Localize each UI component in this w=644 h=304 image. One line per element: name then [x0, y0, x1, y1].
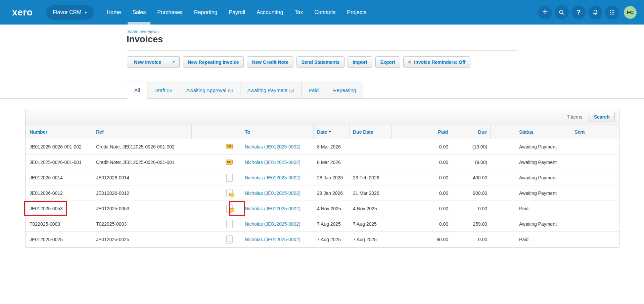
nav-projects[interactable]: Projects — [341, 0, 372, 25]
invoice-number-cell[interactable]: JE012025-0025 — [26, 232, 92, 247]
notifications-bell-icon[interactable] — [588, 5, 602, 19]
tab-paid[interactable]: Paid — [301, 82, 326, 99]
export-button[interactable]: Export — [375, 56, 400, 68]
status-badge: Paid — [519, 206, 528, 211]
invoice-number: JE012025-0053 — [30, 206, 63, 211]
invoice-due-amount: 259.00 — [473, 221, 487, 227]
column-header-to[interactable]: To — [241, 125, 314, 139]
invoice-number-cell[interactable]: JE012025-0053 — [26, 201, 92, 216]
invoice-row[interactable]: JE012025-0025 JE012025-0025 Nicholas (JE… — [26, 232, 619, 247]
org-switcher[interactable]: Flavor CRM ▾ — [46, 5, 93, 20]
invoice-toolbar: New Invoice ▾ New Repeating Invoice New … — [127, 56, 470, 68]
invoice-number-cell[interactable]: JE012026-0012 — [26, 185, 92, 201]
spacer-cell — [491, 170, 515, 185]
column-header-paid[interactable]: Paid — [392, 125, 450, 139]
search-icon[interactable] — [555, 5, 569, 19]
invoice-paid-cell: 0.00 — [392, 216, 450, 231]
invoice-due-date: 4 Nov 2025 — [353, 206, 377, 211]
invoice-number-cell[interactable]: T022025-0003 — [26, 216, 92, 231]
invoice-due-date: 31 Mar 2026 — [353, 190, 379, 196]
invoice-reminders-button[interactable]: Invoice Reminders: Off — [403, 56, 470, 68]
invoice-number: JE012025-0026-001-002 — [30, 144, 82, 149]
table-summary-bar: 7 items Search — [26, 109, 619, 125]
column-header-due[interactable]: Due — [450, 125, 491, 139]
invoice-ref-cell: JE012026-0012 — [92, 185, 192, 201]
column-header-status[interactable]: Status — [515, 125, 571, 139]
contact-link[interactable]: Nicholas (JE012025-0002) — [245, 221, 301, 227]
contact-link[interactable]: Nicholas (JE012025-0002) — [245, 206, 301, 211]
invoice-ref: T022025-0003 — [96, 221, 127, 227]
create-new-icon[interactable]: + — [538, 5, 552, 19]
tab-label: All — [134, 87, 140, 93]
breadcrumb-sales-overview-link[interactable]: Sales overview — [127, 29, 156, 34]
invoice-ref: JE012026-0014 — [96, 175, 129, 180]
new-credit-note-button[interactable]: New Credit Note — [247, 56, 293, 68]
nav-accounting[interactable]: Accounting — [251, 0, 289, 25]
new-invoice-button[interactable]: New Invoice — [127, 56, 168, 68]
invoice-date: 7 Aug 2025 — [317, 221, 341, 227]
invoice-number-cell[interactable]: JE012025-0026-001-002 — [26, 139, 92, 154]
tab-awaiting-approval[interactable]: Awaiting Approval (0) — [179, 82, 240, 99]
column-header-spacer — [592, 125, 619, 139]
column-header-ref[interactable]: Ref — [92, 125, 192, 139]
tab-all[interactable]: All — [127, 82, 147, 99]
contact-link[interactable]: Nicholas (JE012025-0002) — [245, 190, 301, 196]
nav-tax[interactable]: Tax — [289, 0, 309, 25]
nav-contacts[interactable]: Contacts — [309, 0, 341, 25]
invoice-number-cell[interactable]: JE012025-0026-001-001 — [26, 155, 92, 170]
status-badge: Awaiting Payment — [519, 190, 557, 196]
contact-link[interactable]: Nicholas (JE012025-0002) — [245, 144, 301, 149]
nav-home[interactable]: Home — [101, 0, 127, 25]
invoice-row[interactable]: JE012026-0014 JE012026-0014 Nicholas (JE… — [26, 170, 619, 185]
status-badge: Paid — [519, 237, 528, 242]
contact-link[interactable]: Nicholas (JE012025-0002) — [245, 175, 301, 180]
status-badge: Awaiting Payment — [519, 221, 557, 227]
column-header-sent[interactable]: Sent — [571, 125, 592, 139]
spacer-cell — [491, 216, 515, 231]
breadcrumb: Sales overview› — [127, 29, 159, 34]
new-repeating-invoice-button[interactable]: New Repeating Invoice — [183, 56, 244, 68]
app-launcher-grid-icon[interactable] — [605, 5, 619, 19]
invoice-row[interactable]: JE012025-0026-001-001 Credit Note: JE012… — [26, 155, 619, 170]
xero-logo[interactable]: xero — [12, 8, 33, 17]
help-icon[interactable]: ? — [571, 5, 586, 19]
invoice-number: JE012026-0014 — [30, 175, 63, 180]
invoice-icon — [226, 220, 233, 228]
invoice-ref-cell: JE012026-0014 — [92, 170, 192, 185]
import-button[interactable]: Import — [348, 56, 372, 68]
invoice-due-cell: (9.00) — [450, 155, 491, 170]
new-invoice-dropdown-icon[interactable]: ▾ — [168, 56, 180, 68]
invoice-status-cell: Awaiting Payment — [515, 216, 571, 231]
table-header-row: Number Ref To Date▾ Due Date Paid Due St… — [26, 125, 619, 139]
invoice-due-amount: 900.00 — [473, 190, 487, 196]
invoice-due-date-cell: 23 Feb 2026 — [350, 170, 392, 185]
invoice-due-amount: 0.00 — [478, 237, 487, 242]
invoice-date: 7 Aug 2025 — [317, 237, 341, 242]
invoice-date-cell: 7 Aug 2025 — [314, 232, 350, 247]
column-header-number[interactable]: Number — [26, 125, 92, 139]
invoice-row[interactable]: JE012026-0012 JE012026-0012 Nicholas (JE… — [26, 185, 619, 201]
invoice-row[interactable]: JE012025-0026-001-002 Credit Note: JE012… — [26, 139, 619, 155]
column-header-due-date[interactable]: Due Date — [350, 125, 392, 139]
invoice-ref: Credit Note: JE012025-0026-001-001 — [96, 160, 175, 165]
nav-reporting[interactable]: Reporting — [188, 0, 223, 25]
search-button[interactable]: Search — [589, 112, 615, 122]
invoice-ref: JE012026-0012 — [96, 190, 129, 196]
nav-sales[interactable]: Sales — [127, 0, 151, 25]
invoice-due-date-cell: 7 Aug 2025 — [350, 232, 392, 247]
nav-payroll[interactable]: Payroll — [223, 0, 251, 25]
user-avatar[interactable]: FC — [624, 6, 637, 19]
column-header-type — [192, 125, 241, 139]
invoice-due-amount: (9.00) — [475, 160, 487, 165]
tab-draft[interactable]: Draft (0) — [147, 82, 179, 99]
tab-awaiting-payment[interactable]: Awaiting Payment (5) — [240, 82, 302, 99]
contact-link[interactable]: Nicholas (JE012025-0002) — [245, 237, 301, 242]
tab-repeating[interactable]: Repeating — [326, 82, 363, 99]
send-statements-button[interactable]: Send Statements — [296, 56, 345, 68]
column-header-date[interactable]: Date▾ — [314, 125, 350, 139]
invoice-row[interactable]: T022025-0003 T022025-0003 Nicholas (JE01… — [26, 216, 619, 232]
invoice-row[interactable]: JE012025-0053 JE012025-0053 Nicholas (JE… — [26, 201, 619, 216]
nav-purchases[interactable]: Purchases — [151, 0, 188, 25]
contact-link[interactable]: Nicholas (JE012025-0002) — [245, 160, 301, 165]
invoice-number-cell[interactable]: JE012026-0014 — [26, 170, 92, 185]
